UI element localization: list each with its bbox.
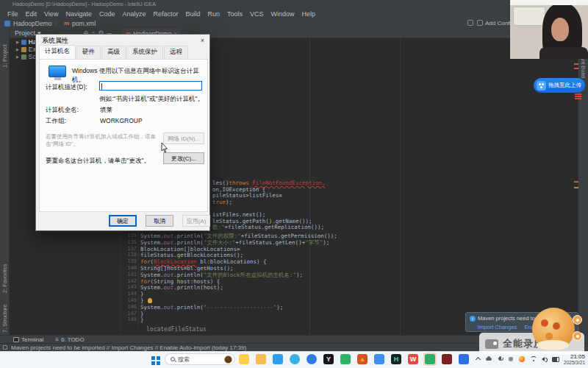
chevron-up-icon[interactable] [475, 355, 481, 362]
breadcrumb-file[interactable]: pom.xml [72, 20, 96, 27]
file-explorer-icon[interactable] [239, 354, 249, 364]
text-caret [101, 83, 102, 90]
menu-item[interactable]: View [40, 10, 62, 18]
chevron-right-icon[interactable]: ▶ [16, 47, 19, 52]
taskbar-clock[interactable]: 21:05 2025/3/21 [556, 353, 585, 366]
tool-window-ant-build[interactable]: Ant Build [578, 56, 587, 78]
import-changes-link[interactable]: Import Changes [478, 324, 517, 330]
dialog-tab[interactable]: 系统保护 [126, 46, 163, 59]
line-number: 141 [122, 272, 137, 278]
line-number: 144 [122, 291, 137, 297]
workgroup-label: 工作组: [46, 117, 66, 126]
terminal-tab[interactable]: Terminal [13, 336, 43, 343]
webcam-overlay [510, 0, 588, 59]
firefox-icon[interactable] [519, 355, 526, 362]
mic-icon[interactable] [497, 355, 503, 362]
breadcrumb-project[interactable]: HadoopDemo [13, 20, 51, 27]
code-line: 142for(String host:hosts) { [140, 278, 220, 285]
status-message[interactable]: Maven projects need to be imported // Im… [11, 344, 246, 351]
person-body [539, 47, 588, 59]
menu-item[interactable]: Tools [223, 10, 246, 18]
hbuilder-icon[interactable]: H [391, 354, 401, 364]
todo-icon: ≡ [55, 336, 59, 343]
tool-window-favorites[interactable]: 2: Favorites [1, 264, 10, 293]
error-stripe-mark[interactable] [574, 63, 578, 65]
add-configuration-button[interactable]: Add Config... [485, 20, 511, 27]
line-number: 146 [122, 304, 137, 311]
intention-bulb-icon[interactable] [148, 298, 152, 303]
close-icon[interactable]: × [201, 37, 204, 44]
menu-item[interactable]: Help [298, 10, 320, 18]
taskbar-app-slot [457, 353, 470, 366]
wegame-icon[interactable] [340, 354, 351, 364]
menu-item[interactable]: Refactor [149, 10, 182, 18]
full-name-value: 填莱 [100, 106, 112, 115]
dialog-tab[interactable]: 计算机名 [39, 45, 76, 60]
run-config-icon[interactable] [477, 20, 483, 26]
dialog-tab[interactable]: 高级 [101, 46, 126, 59]
taskbar-apps: Y ▲ H W [237, 353, 470, 366]
wps-icon[interactable]: W [408, 354, 418, 364]
error-stripe-mark[interactable] [574, 181, 578, 183]
taskbar-search[interactable]: 搜索 [165, 353, 235, 365]
breadcrumb-separator: 〉 [54, 19, 61, 28]
code-line: 141System.out.println("文件的Block所在虚拟机的主机名… [140, 272, 303, 278]
status-icon[interactable] [3, 345, 7, 350]
browser-icon[interactable] [306, 354, 317, 364]
search-placeholder: 搜索 [178, 355, 221, 364]
todo-tab[interactable]: ≡ 6: TODO [55, 336, 84, 343]
dialog-tabs: 计算机名硬件高级系统保护远程 [39, 47, 189, 59]
chevron-right-icon[interactable]: ▶ [16, 54, 19, 59]
build-icon[interactable] [467, 20, 473, 26]
dialog-tab[interactable]: 硬件 [76, 46, 101, 59]
store-icon[interactable] [273, 354, 283, 364]
error-stripe-mark[interactable] [574, 68, 578, 69]
mascot-badge-icon [573, 331, 582, 341]
wechat-icon[interactable] [425, 354, 435, 364]
upload-button[interactable]: 拖拽至此上传 [534, 78, 585, 93]
taskbar-app-slot: ▲ [356, 353, 369, 366]
menu-item[interactable]: Window [268, 10, 298, 18]
search-highlight-avatar[interactable] [224, 355, 232, 364]
system-properties-dialog: 系统属性 × 计算机名硬件高级系统保护远程 Windows 使用以下信息在网络中… [35, 34, 210, 231]
menu-item[interactable]: VCS [246, 10, 268, 18]
taskbar-app-slot [373, 353, 386, 366]
cancel-button[interactable]: 取消 [146, 215, 173, 227]
volume-icon[interactable] [541, 355, 548, 362]
menu-item[interactable]: File [4, 10, 22, 18]
yy-icon[interactable]: Y [323, 354, 334, 364]
meeting-icon[interactable] [442, 354, 452, 364]
mascot-badge-icon [573, 315, 582, 325]
tool-window-structure[interactable]: 7: Structure [1, 304, 10, 333]
webcam-top-strip [510, 0, 588, 5]
contacts-icon[interactable] [459, 354, 469, 364]
menu-item[interactable]: Build [182, 10, 204, 18]
system-tray [475, 355, 559, 362]
qq-icon[interactable] [374, 354, 384, 364]
dialog-tab[interactable]: 远程 [164, 46, 188, 59]
change-button[interactable]: 更改(C)... [163, 152, 204, 164]
project-panel-title: Project [15, 29, 35, 37]
shield-icon[interactable] [508, 355, 514, 362]
menu-item[interactable]: Navigate [62, 10, 96, 18]
background-window [513, 7, 545, 26]
line-number: 145 [122, 297, 137, 304]
edge-icon[interactable] [290, 354, 300, 364]
menu-item[interactable]: Code [96, 10, 119, 18]
menu-item[interactable]: Edit [22, 10, 41, 18]
menu-lines-icon[interactable] [575, 93, 581, 99]
menu-item[interactable]: Run [204, 10, 224, 18]
start-button[interactable] [151, 356, 155, 360]
wifi-icon[interactable] [530, 355, 537, 362]
computer-description-input[interactable] [99, 81, 202, 91]
cloud-icon[interactable] [486, 355, 492, 362]
chevron-right-icon[interactable]: ▶ [16, 40, 19, 44]
mouse-cursor [161, 143, 168, 156]
ok-button[interactable]: 确定 [109, 215, 137, 227]
code-line: 140String[]hosts=bl.getHosts(); [140, 265, 233, 272]
matlab-icon[interactable]: ▲ [357, 354, 368, 364]
menu-item[interactable]: Analyze [118, 10, 149, 18]
camera-icon [485, 339, 498, 349]
warning-stripe-mark[interactable] [574, 187, 578, 188]
folder-icon[interactable] [256, 354, 266, 364]
